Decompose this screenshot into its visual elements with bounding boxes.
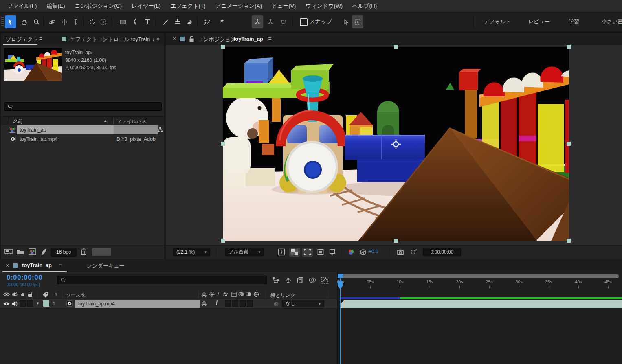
column-source-name[interactable]: ソース名 [66, 292, 86, 299]
roto-brush-tool[interactable] [201, 15, 213, 28]
magnification-dropdown[interactable]: (22.1 %) ▾ [173, 248, 210, 256]
layer-fx-toggle[interactable] [225, 300, 231, 307]
comp-tab-close-icon[interactable]: × [173, 35, 176, 42]
fx-column-icon[interactable]: fx [223, 292, 228, 297]
anchor-point-icon[interactable] [391, 139, 401, 149]
project-row-footage[interactable]: toyTrain_ap.mp4 D:¥3_pixta_Adob [1, 135, 164, 144]
menu-effect[interactable]: エフェクト(T) [165, 0, 210, 12]
column-name[interactable]: 名前 [13, 118, 23, 125]
transparency-grid-button[interactable] [289, 248, 300, 257]
channel-button[interactable] [345, 248, 356, 257]
tab-render-queue[interactable]: レンダーキュー [87, 262, 125, 270]
selection-handle[interactable] [567, 45, 571, 49]
layer-3d-toggle[interactable] [247, 300, 253, 307]
menu-layer[interactable]: レイヤー(L) [127, 0, 165, 12]
comp-panel-menu-icon[interactable]: ≡ [268, 35, 271, 42]
snapshot-button[interactable] [395, 248, 406, 257]
label-icon[interactable] [42, 292, 48, 298]
mask-visibility-button[interactable] [315, 248, 326, 257]
tab-timeline-comp[interactable]: toyTrain_ap [22, 262, 52, 268]
layer-twirl-icon[interactable]: ▾ [37, 300, 39, 306]
frame-blending-button[interactable] [295, 276, 306, 285]
selection-tool[interactable] [5, 15, 16, 28]
layer-duration-bar[interactable] [341, 300, 622, 308]
workspace-tab-small-screen[interactable]: 小さい画 [602, 18, 622, 25]
selection-handle[interactable] [221, 239, 225, 243]
timeline-search-box[interactable] [57, 276, 267, 284]
column-filepath[interactable]: ファイルパス [116, 118, 147, 125]
rotation-tool[interactable] [86, 15, 98, 28]
column-parent-link[interactable]: 親とリンク [270, 292, 295, 299]
timeline-tab-close-icon[interactable]: × [6, 262, 9, 269]
layer-shy-toggle[interactable] [201, 300, 207, 307]
layer-quality-toggle[interactable]: / [216, 300, 218, 306]
selection-handle[interactable] [221, 142, 225, 146]
project-panel-menu-icon[interactable]: ≡ [39, 35, 42, 42]
shared-view-tool[interactable] [341, 15, 352, 28]
layer-label-color[interactable] [43, 300, 49, 307]
solo-icon[interactable] [21, 293, 24, 296]
menu-animation[interactable]: アニメーション(A) [211, 0, 267, 12]
show-snapshot-button[interactable] [408, 248, 419, 257]
comp-mini-flowchart-button[interactable] [270, 276, 281, 285]
adjustment-icon[interactable] [40, 248, 48, 256]
effects-column-icon[interactable] [231, 292, 237, 297]
menu-view[interactable]: ビュー(V) [267, 0, 301, 12]
layer-solo-toggle[interactable] [20, 300, 26, 307]
audio-icon[interactable] [12, 292, 18, 297]
layer-frame-blend-toggle[interactable] [232, 300, 238, 307]
playhead-top-handle[interactable] [338, 274, 343, 278]
parent-dropdown[interactable]: なし ▾ [282, 300, 324, 307]
fast-preview-button[interactable] [276, 248, 287, 257]
menu-composition[interactable]: コンポジション(C) [70, 0, 127, 12]
layer-audio-icon[interactable] [12, 301, 18, 307]
puppet-mesh-tool[interactable] [278, 15, 289, 28]
sort-ascending-icon[interactable]: ▴ [104, 118, 106, 123]
rectangle-tool[interactable] [117, 15, 129, 28]
tab-effect-controls[interactable]: エフェクトコントロール toyTrain_ap. [70, 36, 154, 43]
project-footer-button[interactable] [92, 248, 111, 256]
layer-motion-blur-toggle[interactable] [240, 300, 246, 307]
pan-camera-tool[interactable] [59, 15, 70, 28]
comp-tab-name[interactable]: toyTrain_ap [233, 36, 263, 42]
layer-visibility-eye-icon[interactable] [3, 301, 10, 306]
selection-handle[interactable] [567, 142, 571, 146]
puppet-pin-tool[interactable] [216, 15, 227, 28]
timeline-search-input[interactable] [71, 276, 266, 283]
eye-icon[interactable] [3, 292, 10, 297]
3d-layer-column-icon[interactable] [253, 292, 259, 297]
workspace-tab-review[interactable]: レビュー [528, 18, 550, 25]
view-options-button[interactable] [352, 15, 363, 28]
snap-checkbox[interactable] [300, 18, 308, 26]
lock-open-icon[interactable] [189, 36, 194, 42]
project-search-box[interactable] [4, 102, 162, 111]
lock-icon[interactable] [28, 292, 33, 297]
quality-column-icon[interactable]: / [218, 291, 219, 297]
region-of-interest-button[interactable] [302, 248, 313, 257]
menu-help[interactable]: ヘルプ(H) [347, 0, 382, 12]
project-search-input[interactable] [18, 103, 160, 110]
motion-blur-button[interactable] [307, 276, 318, 285]
menu-file[interactable]: ファイル(F) [2, 0, 42, 12]
preview-time-display[interactable]: 0:00:00:00 [423, 248, 461, 256]
graph-editor-button[interactable] [319, 276, 330, 285]
type-tool[interactable]: T [142, 15, 153, 28]
playhead-line[interactable] [340, 278, 341, 364]
layer-row[interactable]: ▾ 1 toyTrain_ap.mp4 / ◎ なし ▾ [0, 299, 337, 309]
orbit-camera-tool[interactable] [46, 15, 58, 28]
layer-number-column-icon[interactable]: # [55, 292, 57, 297]
selection-handle[interactable] [221, 45, 225, 49]
selection-handle[interactable] [394, 239, 398, 243]
new-folder-icon[interactable] [16, 248, 24, 255]
dolly-camera-tool[interactable] [70, 15, 81, 28]
camera-tool[interactable] [98, 15, 109, 28]
gpu-info-icon[interactable] [4, 249, 14, 255]
timeline-track-area[interactable] [338, 272, 622, 364]
info-dropdown-icon[interactable]: ▾ [91, 51, 93, 55]
collapse-transformations-icon[interactable] [209, 292, 215, 297]
selection-handle[interactable] [567, 239, 571, 243]
tab-project[interactable]: プロジェクト [6, 36, 38, 43]
brush-tool[interactable] [160, 15, 171, 28]
comp-tab-label[interactable]: コンポジション [198, 36, 236, 43]
toolbar-grip[interactable] [1, 17, 4, 27]
